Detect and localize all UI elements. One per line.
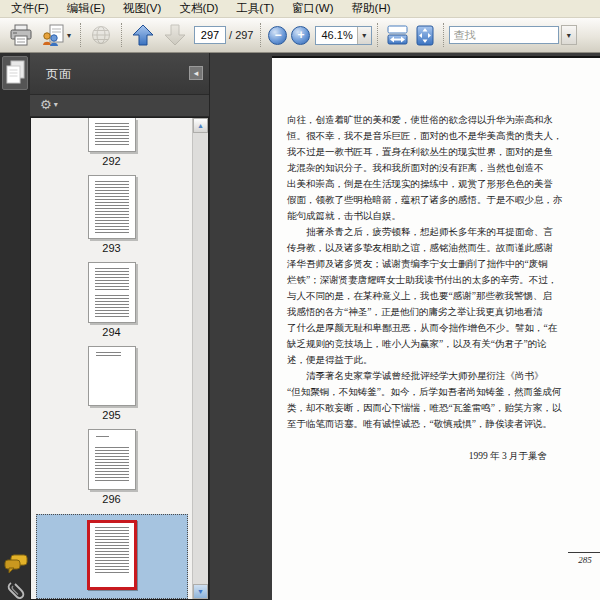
previous-page-button[interactable] [128, 21, 158, 49]
collapse-icon: ◂ [194, 68, 199, 78]
chevron-down-icon: ▾ [567, 31, 571, 40]
scroll-up-icon: ▲ [197, 122, 204, 129]
text-line: 烂铁”；深谢贤妻唐耀晖女士助我读书付出的太多的辛劳。不过， [287, 274, 559, 290]
find-input[interactable] [449, 26, 559, 44]
text-line: 恒。很不幸，我不是音乐巨匠，面对的也不是华美高贵的贵夫人， [287, 130, 559, 146]
menu-view[interactable]: 视图(V) [114, 0, 170, 17]
thumbnail-text-placeholder [96, 352, 121, 357]
text-line: 出美和崇高，倒是在生活现实的操练中，观赏了形形色色的美誉 [287, 178, 559, 194]
plus-icon: + [297, 28, 304, 42]
page-folio: 285 [568, 552, 600, 565]
text-line: 传身教，以及诸多挚友相助之谊，感铭油然而生。故而谨此感谢 [287, 242, 559, 258]
attachments-panel-tab[interactable] [3, 578, 29, 600]
zoom-in-button[interactable]: + [291, 26, 310, 45]
text-line: 至于临笔而语塞。唯有诚惶诚恐，“敬慎戒惧”，静俟读者评说。 [287, 418, 559, 434]
menu-tools[interactable]: 工具(T) [227, 0, 283, 17]
menu-document[interactable]: 文档(D) [170, 0, 227, 17]
thumbnail-text-placeholder [96, 436, 109, 439]
toolbar: ▾ / 297 − + 46.1% [0, 18, 600, 53]
toolbar-separator [443, 23, 444, 47]
thumbnail-text-placeholder [95, 447, 129, 483]
menu-bar: 文件(F) 编辑(E) 视图(V) 文档(D) 工具(T) 窗口(W) 帮助(H… [0, 0, 600, 18]
text-line: 向往，创造着旷世的美和爱，使世俗的欲念得以升华为崇高和永 [287, 114, 559, 130]
thumbnail-label-293: 293 [102, 242, 120, 254]
toolbar-separator [80, 23, 81, 47]
minus-icon: − [274, 28, 281, 42]
text-line: 述，便是得益于此。 [287, 354, 559, 370]
toolbar-separator [260, 23, 261, 47]
scroll-down-button[interactable]: ▼ [193, 584, 208, 599]
menu-help[interactable]: 帮助(H) [343, 0, 400, 17]
options-button[interactable]: ⚙ ▾ [40, 97, 58, 112]
comments-icon [3, 553, 29, 577]
collapse-panel-button[interactable]: ◂ [189, 66, 203, 80]
page-number-input[interactable] [194, 26, 226, 44]
print-icon [9, 24, 33, 46]
thumbnail-page-296[interactable] [88, 429, 136, 490]
navigation-pane: 页面 ◂ ⚙ ▾ 292 293 [0, 53, 210, 600]
thumbnail-page-292[interactable] [88, 118, 136, 152]
comments-panel-tab[interactable] [3, 552, 29, 578]
find-box: ▾ [449, 25, 577, 45]
thumbnails-scrollbar[interactable]: ▲ ▼ [192, 118, 208, 599]
text-line: 我感悟的各方“神圣”，正是他们的庸劣之举让我更真切地看清 [287, 306, 559, 322]
arrow-down-icon [163, 23, 187, 47]
fit-width-button[interactable] [384, 21, 411, 49]
pages-icon [4, 60, 26, 86]
next-page-button[interactable] [160, 21, 190, 49]
thumbnail-label-294: 294 [102, 326, 120, 338]
thumbnail-page-297-selected[interactable] [36, 514, 188, 599]
fit-page-icon [416, 25, 434, 46]
toolbar-separator [377, 23, 378, 47]
zoom-out-button[interactable]: − [268, 26, 287, 45]
chevron-down-icon[interactable]: ▾ [357, 27, 371, 44]
document-page: 向往，创造着旷世的美和爱，使世俗的欲念得以升华为崇高和永 恒。很不幸，我不是音乐… [272, 56, 600, 600]
pages-panel-tab[interactable] [2, 56, 28, 90]
thumbnail-label-295: 295 [102, 409, 120, 421]
panel-header: 页面 ◂ [30, 53, 209, 95]
share-document-icon [41, 24, 65, 46]
text-line: 与人不同的是，在某种意义上，我也要“感谢”那些教我警惕、启 [287, 290, 559, 306]
thumbnail-page-295[interactable] [88, 346, 136, 407]
text-line: 假面，领教了些明枪暗箭，蕴积了诸多的感悟。于是不暇少息，亦 [287, 194, 559, 210]
text-line: “但知聚铜，不知铸釜”。如今，后学如吾者尚知铸釜，然而釜成何 [287, 386, 559, 402]
text-line: 拙著杀青之后，疲劳顿释，想起师长多年来的耳提面命、言 [287, 226, 559, 242]
text-line: 清季著名史家章学诚曾经批评经学大师孙星衍注《尚书》 [287, 370, 559, 386]
thumbnail-page-293[interactable] [88, 175, 136, 239]
thumbnail-page-294[interactable] [88, 262, 136, 323]
text-line: 龙混杂的知识分子。我和我所面对的没有距离，当然也创造不 [287, 162, 559, 178]
zoom-level-select[interactable]: 46.1% ▾ [315, 26, 371, 45]
panel-title: 页面 [46, 66, 72, 83]
panel-options-row: ⚙ ▾ [30, 95, 209, 117]
thumbnail-label-296: 296 [102, 493, 120, 505]
text-line: 泽华吾师及诸多贤友；诚谢责编李宁女士删削了拙作中的“废铜 [287, 258, 559, 274]
paperclip-icon [4, 579, 28, 600]
thumbnail-text-placeholder [95, 181, 129, 233]
thumbnail-label-292: 292 [102, 155, 120, 167]
menu-file[interactable]: 文件(F) [2, 0, 58, 17]
thumbnail-text-placeholder [95, 268, 129, 290]
thumbnail-text-placeholder [95, 123, 129, 145]
share-document-button[interactable]: ▾ [38, 21, 74, 49]
globe-icon [90, 24, 112, 46]
page-thumbnails-panel: 292 293 294 295 [30, 117, 209, 600]
thumbnail-text-placeholder [95, 527, 129, 575]
date-line: 1999 年 3 月于巢舍 [287, 450, 559, 463]
menu-window[interactable]: 窗口(W) [283, 0, 343, 17]
page-total-label: / 297 [229, 29, 253, 41]
text-line: 能句成篇就，击书以自娱。 [287, 210, 559, 226]
text-line: 了什么是厚颜无耻和卑鄙丑恶，从而令拙作增色不少。譬如，“在 [287, 322, 559, 338]
fit-page-button[interactable] [413, 21, 437, 49]
text-line: 类，却不敢妄断，因而心下惴惴，唯恐“瓦釜雷鸣”，贻笑方家，以 [287, 402, 559, 418]
chevron-down-icon: ▾ [67, 31, 71, 40]
fit-width-icon [387, 25, 408, 45]
web-capture-button[interactable] [87, 21, 115, 49]
main-area: 页面 ◂ ⚙ ▾ 292 293 [0, 53, 600, 600]
scroll-up-button[interactable]: ▲ [193, 118, 208, 133]
print-button[interactable] [6, 21, 36, 49]
page-text: 向往，创造着旷世的美和爱，使世俗的欲念得以升华为崇高和永 恒。很不幸，我不是音乐… [287, 114, 559, 434]
find-options-dropdown[interactable]: ▾ [561, 25, 577, 45]
thumbnail-list: 292 293 294 295 [31, 118, 192, 599]
document-canvas: 向往，创造着旷世的美和爱，使世俗的欲念得以升华为崇高和永 恒。很不幸，我不是音乐… [210, 53, 600, 600]
menu-edit[interactable]: 编辑(E) [58, 0, 114, 17]
